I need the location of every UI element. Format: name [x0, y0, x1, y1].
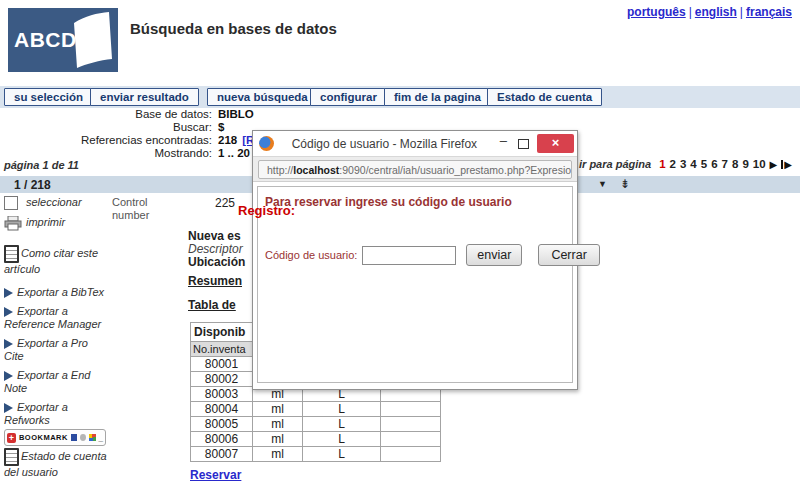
export-bibtex-item[interactable]: Exportar a BibTex	[4, 286, 110, 299]
page-link-10[interactable]: 10	[753, 158, 766, 170]
table-row: 80007 ml L	[191, 447, 441, 462]
export-reference-manager-item[interactable]: Exportar a Reference Manager	[4, 305, 110, 331]
search-label: Buscar:	[0, 121, 212, 134]
inventory-cell: 80005	[191, 417, 253, 432]
lang-portugues[interactable]: português	[627, 5, 686, 19]
popup-titlebar[interactable]: Código de usuario - Mozilla Firefox – ×	[253, 131, 577, 156]
page-link-2[interactable]: 2	[670, 158, 676, 170]
goto-pagination: ir para página 1 2 3 4 5 6 7 8 9 10 ▶ ▶	[579, 158, 792, 170]
cite-item[interactable]: Como citar este artículo	[4, 245, 110, 276]
minimize-button[interactable]: –	[495, 133, 512, 148]
lang-separator: |	[740, 5, 743, 19]
share-service-icon[interactable]	[80, 434, 86, 441]
next-page-icon[interactable]: ▶	[770, 159, 778, 170]
database-value: BIBLO	[218, 108, 254, 121]
references-label: Referencias encontradas:	[0, 134, 212, 147]
table-row: 80006 ml L	[191, 432, 441, 447]
last-page-icon[interactable]: ▶	[781, 159, 792, 170]
export-refworks-item[interactable]: Exportar a Refworks	[4, 401, 110, 427]
table-row: 80005 ml L	[191, 417, 441, 432]
showing-value: 1 .. 20	[218, 147, 250, 160]
lang-english[interactable]: english	[695, 5, 737, 19]
printer-icon	[4, 216, 22, 231]
enviar-resultado-button[interactable]: enviar resultado	[90, 88, 199, 106]
page-link-3[interactable]: 3	[680, 158, 686, 170]
url-field[interactable]: http://localhost:9090/central/iah/usuari…	[258, 160, 572, 179]
last-page-bar	[781, 160, 783, 169]
bookmark-label: BOOKMARK	[19, 431, 68, 444]
configurar-button[interactable]: configurar	[310, 88, 387, 106]
account-status-item[interactable]: Estado de cuenta del usuario	[4, 448, 110, 479]
cell: L	[303, 432, 381, 447]
inventory-cell: 80007	[191, 447, 253, 462]
cell	[381, 447, 441, 462]
inventory-cell: 80001	[191, 357, 253, 372]
go-to-bottom-icon[interactable]: ⇟	[620, 177, 630, 191]
select-record-item: seleccionar	[4, 196, 110, 210]
url-host: localhost	[293, 164, 339, 176]
info-row-references: Referencias encontradas: 218 [R	[0, 134, 254, 147]
close-window-button[interactable]: ×	[537, 134, 574, 153]
reserve-message: Para reservar ingrese su código de usuar…	[265, 195, 512, 209]
page-link-9[interactable]: 9	[742, 158, 748, 170]
cerrar-button[interactable]: Cerrar	[538, 244, 599, 266]
cell: L	[303, 417, 381, 432]
estado-de-cuenta-button[interactable]: Estado de cuenta	[487, 88, 602, 106]
record-line-descriptor: Descriptor	[188, 242, 243, 256]
document-icon	[4, 448, 19, 466]
arrow-icon	[4, 307, 13, 317]
inventory-cell: 80006	[191, 432, 253, 447]
page-link-8[interactable]: 8	[732, 158, 738, 170]
page-link-6[interactable]: 6	[711, 158, 717, 170]
share-service-icon[interactable]	[89, 434, 95, 441]
cell: ml	[253, 432, 303, 447]
inventory-cell: 80003	[191, 387, 253, 402]
popup-urlbar: http://localhost:9090/central/iah/usuari…	[253, 156, 577, 182]
export-endnote-item[interactable]: Exportar a End Note	[4, 369, 110, 395]
page-link-4[interactable]: 4	[690, 158, 696, 170]
page-link-7[interactable]: 7	[722, 158, 728, 170]
print-item[interactable]: imprimir	[4, 216, 110, 231]
reservar-link[interactable]: Reservar	[190, 468, 241, 482]
control-number-value: 225	[215, 196, 235, 210]
logo-text: ABCD	[14, 28, 77, 52]
bookmark-more-icon[interactable]: _	[99, 431, 103, 444]
export-procite-item[interactable]: Exportar a Pro Cite	[4, 337, 110, 363]
references-value: 218	[218, 134, 237, 147]
cell: ml	[253, 447, 303, 462]
enviar-button[interactable]: enviar	[466, 244, 522, 266]
account-status-label: Estado de cuenta del usuario	[4, 450, 107, 478]
export-procite-label: Exportar a Pro Cite	[4, 337, 88, 362]
firefox-icon	[259, 136, 274, 151]
record-line-ubicacion: Ubicación	[188, 255, 245, 269]
collapse-down-icon[interactable]: ▼	[598, 179, 607, 189]
bookmark-add-icon[interactable]: +	[7, 433, 16, 443]
bookmark-widget[interactable]: + BOOKMARK _	[4, 429, 110, 446]
url-path: :9090/central/iah/usuario_prestamo.php?E…	[339, 164, 572, 176]
fim-de-la-pagina-button[interactable]: fim de la pagina	[384, 88, 491, 106]
print-label: imprimir	[26, 217, 65, 229]
lang-francais[interactable]: français	[746, 5, 792, 19]
nueva-busqueda-button[interactable]: nueva búsqueda	[207, 88, 318, 106]
export-refworks-label: Exportar a Refworks	[4, 401, 68, 426]
cell: L	[303, 447, 381, 462]
inventory-column-header: No.inventa	[191, 342, 253, 357]
cell: ml	[253, 417, 303, 432]
select-checkbox[interactable]	[4, 196, 18, 210]
search-info: Base de datos: BIBLO Buscar: $ Referenci…	[0, 108, 254, 160]
open-book-icon	[71, 11, 113, 69]
search-value: $	[218, 121, 224, 134]
share-service-icon[interactable]	[71, 434, 77, 441]
maximize-button[interactable]	[518, 139, 529, 149]
arrow-icon	[4, 371, 13, 381]
cell: L	[303, 402, 381, 417]
inventory-cell: 80004	[191, 402, 253, 417]
page-current[interactable]: 1	[659, 158, 665, 170]
page-info: página 1 de 11	[4, 159, 79, 171]
table-row: 80004 ml L	[191, 402, 441, 417]
su-seleccion-button[interactable]: su selección	[4, 88, 93, 106]
page-link-5[interactable]: 5	[701, 158, 707, 170]
arrow-icon	[4, 339, 13, 349]
user-code-input[interactable]	[362, 246, 456, 265]
url-prefix: http://	[267, 164, 293, 176]
